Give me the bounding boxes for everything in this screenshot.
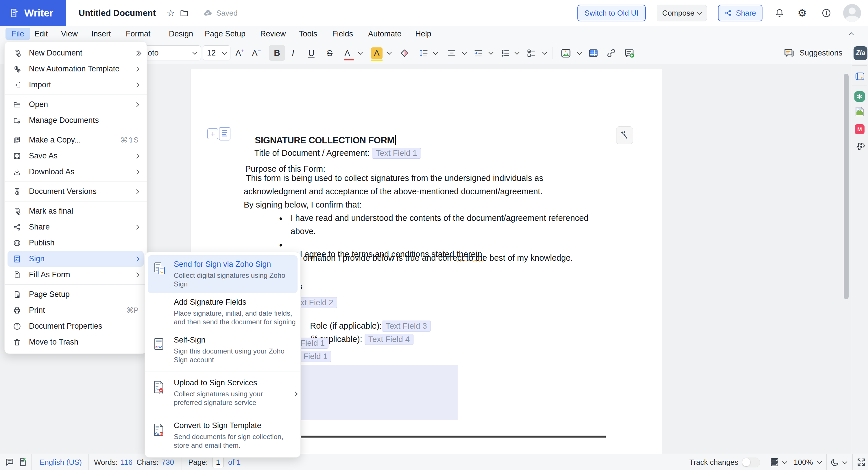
- file-menu-item-fill-as-form[interactable]: Fill As Form: [5, 267, 147, 283]
- word-count[interactable]: Words:116: [94, 454, 132, 470]
- doc-bullet-item[interactable]: above.: [290, 227, 316, 236]
- file-menu-item-mark-as-final[interactable]: Mark as final: [5, 203, 147, 219]
- file-menu-item-publish[interactable]: Publish: [5, 235, 147, 251]
- page-view-icon[interactable]: [770, 454, 779, 470]
- doc-purpose-label[interactable]: Purpose of this Form:: [245, 164, 325, 174]
- bold-button[interactable]: B: [269, 45, 285, 61]
- clear-format-eraser-icon[interactable]: [399, 42, 410, 64]
- image-tool-icon[interactable]: [854, 106, 865, 117]
- indent-icon[interactable]: [473, 42, 483, 64]
- writer-logo[interactable]: Writer: [0, 0, 66, 26]
- page-number-input[interactable]: 1: [213, 457, 223, 468]
- suggestions-button[interactable]: Suggestions: [783, 42, 842, 64]
- underline-button[interactable]: U: [308, 42, 315, 64]
- page-view-dropdown[interactable]: [783, 454, 786, 470]
- font-color-button[interactable]: A: [344, 42, 350, 64]
- submenu-item-convert-to-sign-template[interactable]: Z Convert to Sign Template Send document…: [145, 416, 301, 455]
- font-color-dropdown[interactable]: [359, 42, 362, 64]
- file-menu-item-print[interactable]: Print ⌘P: [5, 302, 147, 318]
- dark-mode-moon-icon[interactable]: [830, 454, 840, 470]
- file-menu-item-open[interactable]: Open: [5, 97, 147, 113]
- submenu-item-self-sign[interactable]: Self-Sign Sign this document using your …: [145, 331, 301, 369]
- menu-format[interactable]: Format: [126, 26, 151, 42]
- favorite-star-icon[interactable]: ☆: [166, 0, 175, 26]
- file-menu-item-manage-documents[interactable]: Manage Documents: [5, 113, 147, 128]
- file-menu-item-move-to-trash[interactable]: Move to Trash: [5, 334, 147, 350]
- add-block-plus-icon[interactable]: +: [207, 128, 218, 139]
- submenu-item-add-signature-fields[interactable]: Add Signature Fields Place signature, in…: [145, 293, 301, 331]
- insert-table-icon[interactable]: [588, 42, 599, 64]
- insert-image-dropdown[interactable]: [578, 42, 581, 64]
- folder-icon[interactable]: [179, 0, 189, 26]
- highlight-color-button[interactable]: A: [371, 42, 382, 64]
- italic-button[interactable]: I: [292, 42, 294, 64]
- menu-insert[interactable]: Insert: [91, 26, 111, 42]
- submenu-item-send-for-sign[interactable]: Send for Sign via Zoho Sign Collect digi…: [148, 255, 298, 293]
- fullscreen-icon[interactable]: [857, 454, 866, 470]
- info-icon[interactable]: [821, 0, 832, 26]
- text-field-2-chip[interactable]: xt Field 2: [297, 297, 337, 308]
- indent-dropdown[interactable]: [489, 42, 493, 64]
- add-comment-icon[interactable]: [623, 42, 635, 64]
- date-field-chip[interactable]: Field 1: [297, 338, 329, 349]
- file-menu-item-page-setup[interactable]: Page Setup: [5, 286, 147, 302]
- increase-font-button[interactable]: A+: [235, 42, 244, 64]
- menu-page-setup[interactable]: Page Setup: [205, 26, 246, 42]
- file-menu-item-document-properties[interactable]: Document Properties: [5, 318, 147, 334]
- toolbar-overflow-chevron[interactable]: [136, 52, 141, 57]
- file-menu-item-share[interactable]: Share: [5, 219, 147, 235]
- user-avatar[interactable]: [843, 4, 861, 22]
- submenu-item-upload-to-sign-services[interactable]: le Upload to Sign Services Collect signa…: [145, 374, 301, 412]
- file-menu-item-import[interactable]: Import: [5, 77, 147, 93]
- multiline-text-field[interactable]: [293, 365, 458, 420]
- doc-paragraph[interactable]: acknowledgment and acceptance of the abo…: [244, 187, 542, 196]
- file-menu-item-sign[interactable]: Sign: [7, 251, 144, 267]
- menu-help[interactable]: Help: [415, 26, 431, 42]
- zia-button[interactable]: Zia: [854, 42, 867, 64]
- compose-button[interactable]: Compose: [657, 5, 707, 21]
- doc-field-row[interactable]: Field 1: [300, 351, 331, 362]
- line-spacing-dropdown[interactable]: [434, 42, 437, 64]
- decrease-font-button[interactable]: A−: [252, 42, 261, 64]
- doc-bullet-item[interactable]: I have read and understood the contents …: [290, 213, 588, 223]
- file-menu-item-document-versions[interactable]: Document Versions: [5, 184, 147, 199]
- checklist-dropdown[interactable]: [543, 42, 547, 64]
- extension-m-icon[interactable]: M: [855, 124, 865, 134]
- zoom-dropdown[interactable]: [818, 454, 821, 470]
- file-menu-item-make-a-copy[interactable]: Make a Copy... ⌘⇧S: [5, 132, 147, 148]
- font-size-select[interactable]: 12: [203, 45, 230, 60]
- file-menu-item-new-automation-template[interactable]: New Automation Template: [5, 61, 147, 77]
- align-dropdown[interactable]: [463, 42, 466, 64]
- file-menu-item-new-document[interactable]: New Document: [5, 45, 147, 61]
- doc-title-row[interactable]: Title of Document / Agreement: Text Fiel…: [245, 138, 421, 168]
- menu-view[interactable]: View: [61, 26, 78, 42]
- dark-mode-dropdown[interactable]: [843, 454, 847, 470]
- file-menu-item-download-as[interactable]: Download As: [5, 164, 147, 180]
- menu-edit[interactable]: Edit: [34, 26, 48, 42]
- menu-review[interactable]: Review: [260, 26, 286, 42]
- puzzle-extensions-icon[interactable]: [855, 141, 865, 152]
- doc-field-row[interactable]: Field 1: [297, 338, 329, 349]
- menu-file[interactable]: File: [5, 28, 30, 40]
- line-spacing-icon[interactable]: [419, 42, 429, 64]
- menu-design[interactable]: Design: [169, 26, 193, 42]
- zia-wand-button[interactable]: [616, 126, 633, 144]
- text-field-1-chip[interactable]: Text Field 1: [372, 148, 421, 159]
- language-selector[interactable]: English (US): [40, 454, 82, 470]
- doc-field-row[interactable]: xt Field 2: [297, 297, 337, 308]
- file-menu-item-save-as[interactable]: Save As: [5, 148, 147, 164]
- insert-image-icon[interactable]: [560, 42, 571, 64]
- track-changes-toggle[interactable]: [742, 458, 760, 467]
- doc-paragraph[interactable]: This form is being used to collect signa…: [244, 174, 543, 183]
- comments-icon[interactable]: [5, 454, 14, 470]
- text-field-4-chip[interactable]: Text Field 4: [365, 334, 413, 345]
- notifications-bell-icon[interactable]: [774, 0, 785, 26]
- highlight-color-dropdown[interactable]: [388, 42, 391, 64]
- document-title[interactable]: Untitled Document: [79, 0, 156, 26]
- insert-link-icon[interactable]: [606, 42, 616, 64]
- menu-tools[interactable]: Tools: [299, 26, 317, 42]
- strikethrough-button[interactable]: S: [327, 42, 333, 64]
- field-chip[interactable]: Field 1: [300, 351, 331, 362]
- chatgpt-icon[interactable]: [855, 91, 865, 102]
- spellcheck-icon[interactable]: [18, 454, 28, 470]
